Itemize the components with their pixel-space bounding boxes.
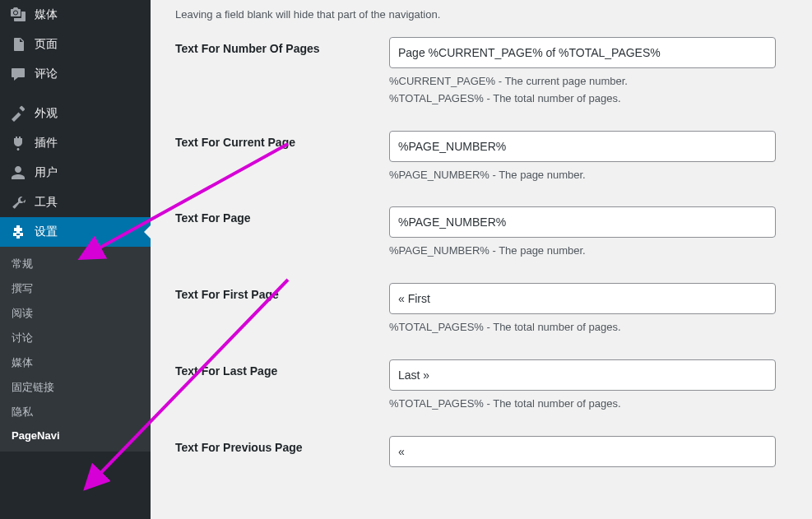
submenu-item-permalinks[interactable]: 固定链接 bbox=[0, 375, 151, 400]
submenu-item-writing[interactable]: 撰写 bbox=[0, 276, 151, 301]
label-last-page: Text For Last Page bbox=[175, 359, 389, 413]
desc-last-page: %TOTAL_PAGES% - The total number of page… bbox=[389, 396, 776, 413]
appearance-icon bbox=[10, 105, 26, 122]
submenu-item-media[interactable]: 媒体 bbox=[0, 350, 151, 375]
submenu-item-privacy[interactable]: 隐私 bbox=[0, 400, 151, 424]
sidebar-item-label: 媒体 bbox=[35, 7, 58, 22]
intro-text: Leaving a field blank will hide that par… bbox=[175, 8, 796, 21]
sidebar-item-settings[interactable]: 设置 bbox=[0, 217, 151, 247]
media-icon bbox=[10, 7, 26, 23]
submenu-item-discussion[interactable]: 讨论 bbox=[0, 326, 151, 350]
row-first-page: Text For First Page %TOTAL_PAGES% - The … bbox=[175, 283, 796, 336]
sidebar-item-label: 用户 bbox=[35, 165, 58, 180]
plugin-icon bbox=[10, 135, 26, 151]
sidebar-item-label: 页面 bbox=[35, 37, 58, 52]
label-previous-page: Text For Previous Page bbox=[175, 436, 389, 467]
submenu-item-general[interactable]: 常规 bbox=[0, 252, 151, 276]
desc-current-page: %PAGE_NUMBER% - The page number. bbox=[389, 167, 776, 184]
label-current-page: Text For Current Page bbox=[175, 131, 389, 184]
sidebar-item-media[interactable]: 媒体 bbox=[0, 0, 151, 30]
page-icon bbox=[10, 36, 26, 53]
input-current-page[interactable] bbox=[389, 131, 776, 162]
comment-icon bbox=[10, 66, 26, 82]
sidebar-item-label: 插件 bbox=[35, 136, 58, 151]
settings-submenu: 常规 撰写 阅读 讨论 媒体 固定链接 隐私 PageNavi bbox=[0, 247, 151, 452]
sidebar-item-label: 设置 bbox=[35, 225, 58, 239]
label-page: Text For Page bbox=[175, 206, 389, 260]
submenu-item-pagenavi[interactable]: PageNavi bbox=[0, 424, 151, 447]
label-number-of-pages: Text For Number Of Pages bbox=[175, 37, 389, 108]
label-first-page: Text For First Page bbox=[175, 283, 389, 336]
menu-separator bbox=[0, 89, 151, 99]
submenu-item-reading[interactable]: 阅读 bbox=[0, 301, 151, 326]
sidebar-item-users[interactable]: 用户 bbox=[0, 158, 151, 188]
row-number-of-pages: Text For Number Of Pages %CURRENT_PAGE% … bbox=[175, 37, 796, 108]
sidebar-item-appearance[interactable]: 外观 bbox=[0, 99, 151, 128]
input-previous-page[interactable] bbox=[389, 436, 776, 467]
sidebar-item-plugins[interactable]: 插件 bbox=[0, 128, 151, 158]
sidebar-item-tools[interactable]: 工具 bbox=[0, 188, 151, 217]
input-page[interactable] bbox=[389, 206, 776, 238]
sidebar-item-comments[interactable]: 评论 bbox=[0, 59, 151, 89]
input-first-page[interactable] bbox=[389, 283, 776, 314]
row-page: Text For Page %PAGE_NUMBER% - The page n… bbox=[175, 206, 796, 260]
desc-page: %PAGE_NUMBER% - The page number. bbox=[389, 243, 776, 260]
tools-icon bbox=[10, 194, 26, 211]
sidebar-item-label: 工具 bbox=[35, 195, 58, 210]
settings-icon bbox=[10, 224, 26, 240]
sidebar-item-label: 评论 bbox=[35, 67, 58, 81]
row-last-page: Text For Last Page %TOTAL_PAGES% - The t… bbox=[175, 359, 796, 413]
row-current-page: Text For Current Page %PAGE_NUMBER% - Th… bbox=[175, 131, 796, 184]
desc-number-of-pages: %CURRENT_PAGE% - The current page number… bbox=[389, 73, 776, 108]
sidebar-item-pages[interactable]: 页面 bbox=[0, 30, 151, 59]
sidebar-item-label: 外观 bbox=[35, 106, 58, 121]
desc-first-page: %TOTAL_PAGES% - The total number of page… bbox=[389, 319, 776, 336]
settings-content: Leaving a field blank will hide that par… bbox=[151, 0, 812, 519]
input-last-page[interactable] bbox=[389, 359, 776, 391]
users-icon bbox=[10, 165, 26, 181]
row-previous-page: Text For Previous Page bbox=[175, 436, 796, 467]
admin-sidebar: 媒体 页面 评论 外观 插件 bbox=[0, 0, 151, 519]
input-number-of-pages[interactable] bbox=[389, 37, 776, 68]
